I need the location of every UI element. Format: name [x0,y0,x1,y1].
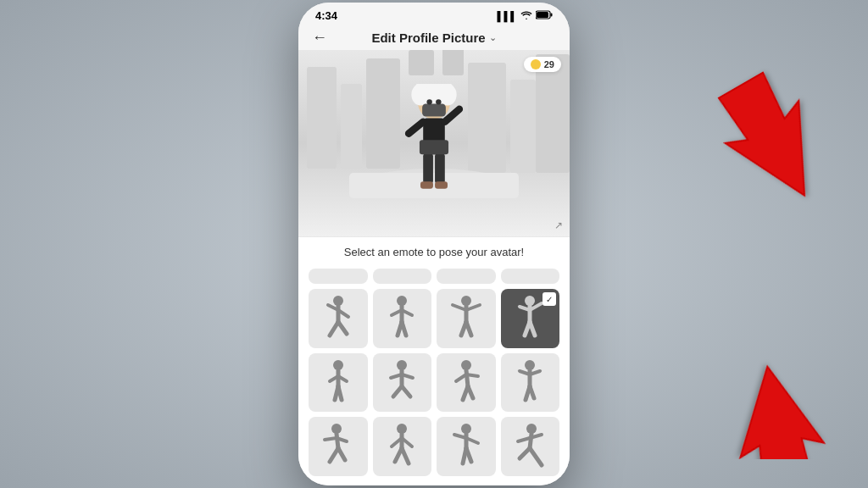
back-button[interactable]: ← [312,29,327,47]
emote-row-3 [309,417,559,476]
signal-icon: ▌▌▌ [498,11,517,21]
svg-line-75 [530,386,534,398]
svg-line-77 [337,434,338,448]
svg-line-99 [530,448,542,465]
selected-checkmark: ✓ [542,292,556,306]
svg-rect-10 [442,50,464,75]
emote-item-8[interactable] [501,353,560,413]
emote-partial-2[interactable] [373,269,432,284]
svg-line-33 [338,322,347,334]
emote-item-3[interactable] [437,289,496,348]
svg-rect-3 [307,67,337,169]
emote-item-7[interactable] [437,353,496,413]
svg-line-39 [402,322,406,336]
svg-rect-24 [435,152,445,184]
emote-item-6[interactable] [373,353,432,413]
svg-line-57 [338,386,342,400]
coin-count: 29 [544,59,554,69]
status-time: 4:34 [315,9,337,22]
svg-line-32 [330,322,338,336]
svg-point-19 [436,99,441,104]
svg-rect-4 [341,84,362,169]
coin-icon [531,59,541,69]
svg-line-66 [456,374,466,381]
emote-partial-3[interactable] [437,269,496,284]
svg-line-67 [466,374,478,376]
svg-line-98 [520,448,530,458]
avatar-figure [396,84,472,219]
svg-line-65 [466,370,468,386]
svg-line-78 [325,438,337,440]
svg-rect-25 [420,181,433,189]
svg-line-21 [409,122,423,134]
status-bar: 4:34 ▌▌▌ [298,3,570,25]
avatar-scene: 29 [298,50,570,236]
svg-line-87 [402,448,409,463]
emote-item-11[interactable] [437,417,496,476]
svg-rect-1 [551,14,553,17]
svg-rect-26 [435,181,448,189]
coin-badge: 29 [524,57,561,72]
phone-frame: 4:34 ▌▌▌ ← Edit Profile Picture ⌄ [298,3,570,485]
emote-grid: ✓ [298,265,570,485]
emote-item-4-selected[interactable]: ✓ [501,289,560,348]
svg-point-18 [426,99,431,104]
svg-line-81 [338,448,345,460]
svg-line-51 [530,322,535,336]
svg-rect-23 [423,152,433,184]
svg-rect-5 [366,58,400,169]
select-emote-text: Select an emote to pose your avatar! [298,236,570,265]
svg-rect-7 [510,80,536,173]
svg-line-93 [466,448,471,462]
battery-icon [536,10,553,21]
svg-rect-17 [422,103,446,116]
emote-item-12[interactable] [501,417,560,476]
svg-line-63 [402,386,410,396]
emote-item-9[interactable] [309,417,368,476]
svg-rect-2 [537,12,548,18]
svg-line-69 [468,386,473,398]
svg-line-96 [518,438,530,441]
emote-partial-4[interactable] [501,269,560,284]
expand-icon[interactable]: ↗ [554,219,563,231]
svg-rect-27 [420,140,448,154]
svg-point-15 [411,84,429,106]
page-title: Edit Profile Picture [371,30,485,45]
status-icons: ▌▌▌ [498,10,553,21]
emote-row-2 [309,353,559,413]
emote-partial-1[interactable] [309,269,368,284]
svg-rect-8 [536,54,570,173]
emote-row-partial [309,269,559,284]
svg-rect-9 [409,50,434,75]
wifi-icon [520,11,532,21]
emote-item-5[interactable] [309,353,368,413]
header: ← Edit Profile Picture ⌄ [298,25,570,50]
svg-point-16 [438,84,456,106]
chevron-down-icon[interactable]: ⌄ [489,32,497,43]
emote-item-10[interactable] [373,417,432,476]
emote-row-1: ✓ [309,289,559,348]
emote-item-2[interactable] [373,289,432,348]
emote-item-1[interactable] [309,289,368,348]
svg-line-45 [466,322,471,336]
svg-rect-6 [468,63,506,173]
